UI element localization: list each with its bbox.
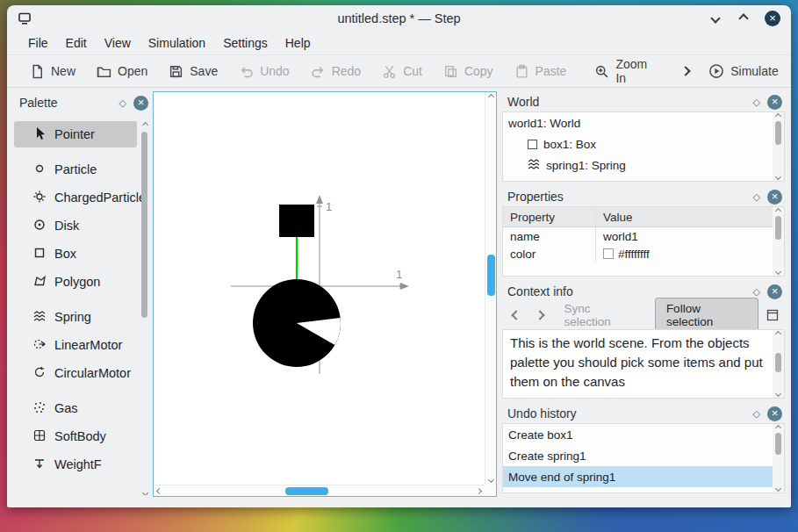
palette-item-chargedparticle[interactable]: ChargedParticle xyxy=(14,184,137,211)
cut-button: Cut xyxy=(371,61,433,83)
property-row-color[interactable]: color #ffffffff xyxy=(503,245,784,262)
scroll-left-icon xyxy=(156,487,162,493)
chevron-down-icon xyxy=(710,13,720,23)
particle-icon xyxy=(32,161,47,179)
menu-file[interactable]: File xyxy=(19,32,57,54)
panel-title: Properties xyxy=(507,190,746,204)
follow-selection-button[interactable]: Follow selection xyxy=(655,298,758,333)
property-value: #ffffffff xyxy=(618,248,650,261)
panel-title: Context info xyxy=(507,284,746,298)
properties-scrollbar[interactable] xyxy=(773,207,784,276)
palette-scrollbar[interactable] xyxy=(139,123,151,495)
scrollbar-thumb[interactable] xyxy=(775,121,781,145)
toolbar-extension-button[interactable] xyxy=(682,68,689,75)
property-row-name[interactable]: name world1 xyxy=(503,227,784,245)
disk-icon xyxy=(32,217,47,235)
undo-item-create-box1[interactable]: Create box1 xyxy=(503,424,784,445)
menu-view[interactable]: View xyxy=(96,32,140,54)
scroll-down-icon xyxy=(487,477,493,483)
palette-item-softbody[interactable]: SoftBody xyxy=(14,423,137,449)
palette-item-linearmotor[interactable]: LinearMotor xyxy=(14,332,137,358)
spring-icon xyxy=(32,308,47,327)
palette-item-pointer[interactable]: Pointer xyxy=(14,121,137,147)
close-panel-button[interactable] xyxy=(767,406,782,421)
open-button[interactable]: Open xyxy=(86,61,158,83)
cut-icon xyxy=(382,64,397,79)
world-scrollbar[interactable] xyxy=(773,112,784,181)
box1-object[interactable] xyxy=(279,205,314,237)
scrollbar-thumb[interactable] xyxy=(285,487,328,495)
panel-title: Palette xyxy=(19,96,112,110)
close-panel-button[interactable] xyxy=(767,284,782,299)
toolbar-button-label: New xyxy=(51,64,75,78)
close-panel-button[interactable] xyxy=(767,95,782,110)
float-panel-icon[interactable] xyxy=(119,97,126,109)
canvas-horizontal-scrollbar[interactable] xyxy=(154,485,485,496)
tree-item-world1[interactable]: world1: World xyxy=(503,112,784,133)
property-value[interactable]: world1 xyxy=(596,230,773,243)
scrollbar-track[interactable] xyxy=(141,130,148,488)
menubar: File Edit View Simulation Settings Help xyxy=(7,32,791,55)
menu-edit[interactable]: Edit xyxy=(57,32,96,54)
undo-scrollbar[interactable] xyxy=(773,424,784,492)
palette-item-circularmotor[interactable]: CircularMotor xyxy=(14,360,137,386)
titlebar[interactable]: untitled.step * — Step xyxy=(7,5,791,32)
tree-item-box1[interactable]: box1: Box xyxy=(503,133,784,155)
scrollbar-thumb[interactable] xyxy=(775,216,781,240)
palette-item-weightforce[interactable]: WeightF xyxy=(14,451,137,478)
scroll-up-icon xyxy=(775,113,781,119)
context-text-area[interactable]: This is the world scene. From the object… xyxy=(502,329,785,399)
tree-item-label: world1: World xyxy=(508,117,580,130)
undo-item-move-end-of-spring1[interactable]: Move end of spring1 xyxy=(503,466,784,487)
new-button[interactable]: New xyxy=(19,61,86,83)
scene-canvas[interactable]: 1 1 xyxy=(153,91,497,497)
context-scrollbar[interactable] xyxy=(773,330,784,398)
chevron-right-icon xyxy=(535,310,544,320)
save-button[interactable]: Save xyxy=(158,61,228,83)
palette-item-disk[interactable]: Disk xyxy=(14,212,137,239)
y-axis-tick-label: 1 xyxy=(326,200,332,213)
maximize-button[interactable] xyxy=(737,11,751,25)
float-panel-icon[interactable] xyxy=(753,408,760,420)
undo-icon xyxy=(239,64,254,79)
scrollbar-thumb[interactable] xyxy=(487,255,495,296)
undo-item-create-spring1[interactable]: Create spring1 xyxy=(503,445,784,466)
close-panel-button[interactable] xyxy=(767,190,782,205)
undo-history-header: Undo history xyxy=(502,404,785,423)
scrollbar-thumb[interactable] xyxy=(775,353,781,372)
open-in-browser-button[interactable] xyxy=(766,308,780,322)
palette-item-spring[interactable]: Spring xyxy=(14,304,137,330)
scrollbar-thumb[interactable] xyxy=(141,132,147,318)
zoom-in-button[interactable]: Zoom In xyxy=(584,54,658,89)
chevron-up-icon xyxy=(738,13,748,23)
palette-item-label: Gas xyxy=(54,401,78,415)
close-button[interactable] xyxy=(765,11,780,26)
palette-item-box[interactable]: Box xyxy=(14,241,137,267)
scrollbar-thumb[interactable] xyxy=(775,433,781,455)
property-value-cell[interactable]: #ffffffff xyxy=(596,248,773,261)
menu-settings[interactable]: Settings xyxy=(214,32,277,54)
menu-simulation[interactable]: Simulation xyxy=(140,32,214,54)
minimize-button[interactable] xyxy=(708,11,723,25)
palette-item-polygon[interactable]: Polygon xyxy=(14,269,137,295)
scroll-up-icon xyxy=(775,208,781,214)
toolbar-button-label: Zoom In xyxy=(615,57,647,85)
palette-item-gas[interactable]: Gas xyxy=(14,395,137,421)
close-panel-button[interactable] xyxy=(133,96,148,111)
float-panel-icon[interactable] xyxy=(753,191,760,203)
play-circle-icon xyxy=(708,63,724,79)
simulate-button[interactable]: Simulate xyxy=(698,60,788,83)
palette-item-particle[interactable]: Particle xyxy=(14,156,137,183)
tree-item-spring1[interactable]: spring1: Spring xyxy=(503,155,784,176)
gas-icon xyxy=(32,399,47,418)
float-panel-icon[interactable] xyxy=(753,97,760,108)
float-panel-icon[interactable] xyxy=(753,286,760,298)
physics-scene: 1 1 xyxy=(154,92,485,485)
canvas-vertical-scrollbar[interactable] xyxy=(485,92,496,485)
properties-header: Properties xyxy=(502,187,785,206)
palette-list: Pointer Particle ChargedParticle Disk Bo… xyxy=(14,119,151,495)
tree-item-label: box1: Box xyxy=(543,138,596,151)
forward-button[interactable] xyxy=(531,306,548,324)
back-button[interactable] xyxy=(507,306,524,324)
menu-help[interactable]: Help xyxy=(277,32,320,54)
